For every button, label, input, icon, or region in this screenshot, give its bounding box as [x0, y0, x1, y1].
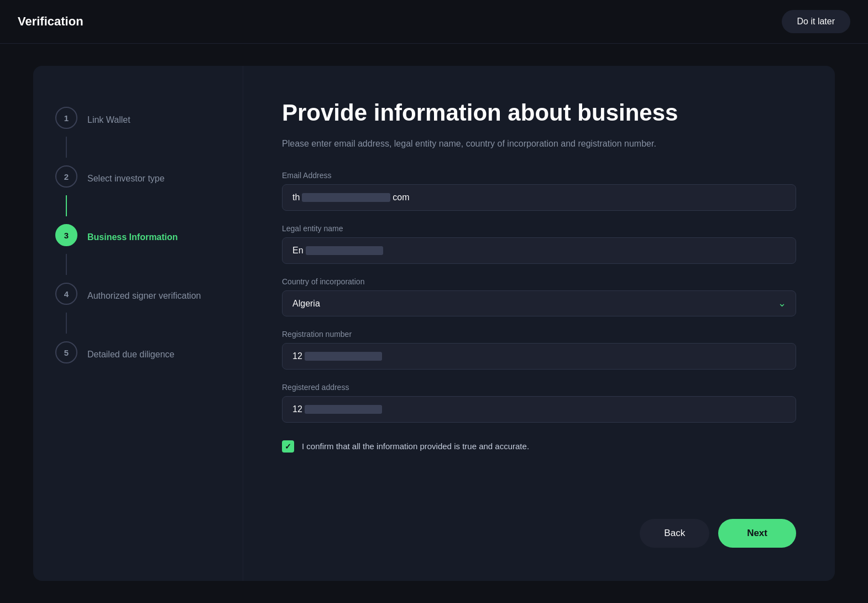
step-wrapper-1: 1 Link Wallet [55, 99, 221, 158]
checkmark-icon: ✓ [285, 442, 291, 451]
confirm-checkbox[interactable]: ✓ [282, 440, 294, 453]
step-circle-5: 5 [55, 341, 77, 363]
back-button[interactable]: Back [640, 519, 709, 548]
header: Verification Do it later [0, 0, 868, 44]
step-line-2 [66, 195, 67, 216]
form-title: Provide information about business [282, 99, 796, 127]
next-button[interactable]: Next [718, 519, 796, 548]
email-group: Email Address th com [282, 171, 796, 211]
step-circle-1: 1 [55, 107, 77, 129]
step-circle-4: 4 [55, 283, 77, 305]
legal-group: Legal entity name En [282, 224, 796, 264]
reg-prefix: 12 [292, 351, 302, 361]
step-circle-3: 3 [55, 224, 77, 246]
address-group: Registered address 12 [282, 383, 796, 423]
step-row-1: 1 Link Wallet [55, 99, 221, 137]
step-row-2: 2 Select investor type [55, 158, 221, 195]
country-select-wrapper: Algeria United States United Kingdom Ger… [282, 290, 796, 316]
registration-input-wrapper[interactable]: 12 [282, 343, 796, 370]
registration-group: Registration number 12 [282, 330, 796, 370]
step-row-5: 5 Detailed due diligence [55, 334, 221, 371]
step-label-2: Select investor type [87, 169, 165, 184]
address-label: Registered address [282, 383, 796, 392]
address-prefix: 12 [292, 404, 302, 414]
email-input-wrapper[interactable]: th com [282, 184, 796, 211]
step-wrapper-4: 4 Authorized signer verification [55, 275, 221, 334]
step-line-1 [66, 137, 67, 158]
form-panel: Provide information about business Pleas… [243, 66, 835, 581]
email-suffix: com [393, 193, 409, 202]
address-input-wrapper[interactable]: 12 [282, 396, 796, 423]
do-it-later-button[interactable]: Do it later [782, 10, 850, 33]
address-redact [305, 405, 382, 414]
email-label: Email Address [282, 171, 796, 180]
legal-input-wrapper[interactable]: En [282, 237, 796, 264]
steps-panel: 1 Link Wallet 2 Select investor type [33, 66, 243, 581]
form-subtitle: Please enter email address, legal entity… [282, 137, 669, 151]
confirmation-row: ✓ I confirm that all the information pro… [282, 440, 796, 453]
main-content: 1 Link Wallet 2 Select investor type [0, 44, 868, 603]
step-wrapper-2: 2 Select investor type [55, 158, 221, 216]
step-label-3: Business Information [87, 228, 178, 242]
step-wrapper-5: 5 Detailed due diligence [55, 334, 221, 371]
country-group: Country of incorporation Algeria United … [282, 277, 796, 316]
legal-redact [306, 246, 383, 255]
email-redact [302, 193, 390, 202]
reg-redact [305, 352, 382, 361]
country-select[interactable]: Algeria United States United Kingdom Ger… [282, 290, 796, 316]
step-label-1: Link Wallet [87, 111, 130, 125]
verification-card: 1 Link Wallet 2 Select investor type [33, 66, 835, 581]
legal-prefix: En [292, 246, 304, 256]
country-label: Country of incorporation [282, 277, 796, 286]
step-label-5: Detailed due diligence [87, 345, 174, 360]
step-wrapper-3: 3 Business Information [55, 216, 221, 275]
button-row: Back Next [282, 508, 796, 548]
step-line-3 [66, 254, 67, 275]
step-row-4: 4 Authorized signer verification [55, 275, 221, 313]
email-prefix: th [292, 193, 300, 202]
step-line-4 [66, 313, 67, 334]
step-row-3: 3 Business Information [55, 216, 221, 254]
legal-label: Legal entity name [282, 224, 796, 233]
confirm-text: I confirm that all the information provi… [302, 441, 529, 451]
step-circle-2: 2 [55, 165, 77, 188]
step-label-4: Authorized signer verification [87, 287, 201, 301]
app-title: Verification [18, 14, 83, 29]
registration-label: Registration number [282, 330, 796, 339]
